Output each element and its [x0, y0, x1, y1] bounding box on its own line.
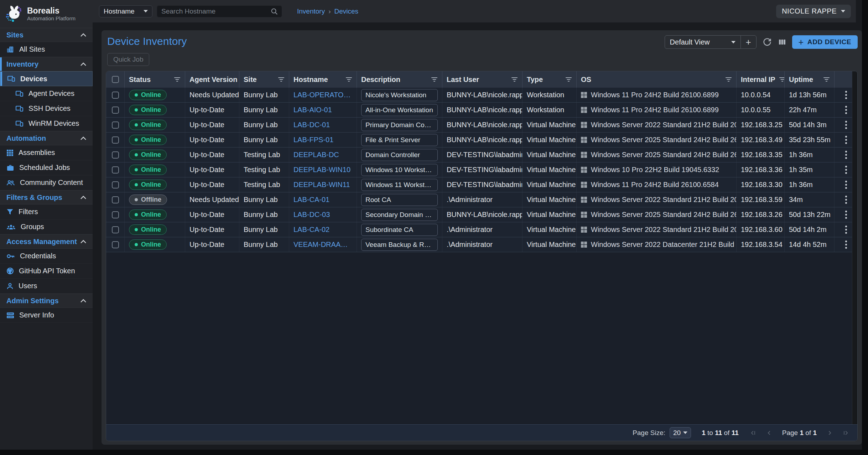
sidebar-section-admin-settings[interactable]: Admin Settings [0, 294, 93, 308]
row-actions-kebab-icon[interactable] [842, 118, 850, 132]
sidebar-section-inventory[interactable]: Inventory [0, 57, 93, 71]
page-size-selector[interactable]: 20 [670, 427, 691, 438]
hostname-link[interactable]: LAB-OPERATOR-01 [293, 91, 352, 99]
sidebar-item-users[interactable]: Users [0, 279, 93, 294]
filter-icon[interactable] [427, 77, 438, 82]
filter-icon[interactable] [722, 77, 732, 82]
row-checkbox[interactable] [112, 92, 119, 99]
hostname-link[interactable]: VEEAM-DRAAS-01 [293, 241, 352, 249]
sidebar-item-credentials[interactable]: Credentials [0, 249, 93, 264]
filter-icon[interactable] [775, 77, 785, 82]
hostname-link[interactable]: DEEPLAB-WIN11 [293, 181, 350, 189]
column-header-site[interactable]: Site [239, 71, 289, 88]
row-actions-kebab-icon[interactable] [842, 163, 850, 177]
description-field[interactable]: Veeam Backup & Replication Ser ... [361, 239, 438, 251]
sidebar-item-ssh-devices[interactable]: SSH Devices [0, 101, 93, 116]
sidebar-item-server-info[interactable]: Server Info [0, 308, 93, 323]
column-header-agent-version[interactable]: Agent Version [185, 71, 239, 88]
filter-icon[interactable] [274, 77, 285, 82]
sidebar-item-winrm-devices[interactable]: WinRM Devices [0, 116, 93, 131]
view-selector[interactable]: Default View [665, 36, 740, 48]
search-field-selector[interactable]: Hostname [99, 5, 152, 17]
description-field[interactable]: Subordinate CA [361, 224, 438, 236]
column-header-description[interactable]: Description [357, 71, 442, 88]
hostname-link[interactable]: LAB-AIO-01 [293, 106, 332, 114]
filter-icon[interactable] [342, 77, 352, 82]
hostname-link[interactable]: LAB-CA-01 [293, 196, 329, 204]
sidebar-item-agent-devices[interactable]: Agent Devices [0, 86, 93, 101]
column-header-type[interactable]: Type [523, 71, 577, 88]
row-checkbox[interactable] [112, 151, 119, 159]
row-checkbox[interactable] [112, 136, 119, 144]
row-checkbox[interactable] [112, 196, 119, 203]
row-checkbox[interactable] [112, 241, 119, 248]
row-checkbox[interactable] [112, 121, 119, 129]
row-actions-kebab-icon[interactable] [842, 223, 850, 237]
row-actions-kebab-icon[interactable] [842, 178, 850, 192]
description-field[interactable]: Domain Controller [361, 149, 438, 161]
row-checkbox[interactable] [112, 107, 119, 114]
row-actions-kebab-icon[interactable] [842, 208, 850, 222]
filter-icon[interactable] [562, 77, 572, 82]
breadcrumb-devices[interactable]: Devices [334, 7, 358, 15]
description-field[interactable]: Root CA [361, 194, 438, 206]
select-all-checkbox[interactable] [112, 76, 119, 83]
add-device-button[interactable]: + ADD DEVICE [792, 35, 858, 49]
column-header-last-user[interactable]: Last User [442, 71, 523, 88]
first-page-button[interactable] [749, 429, 757, 436]
brand-home-link[interactable]: Borealis Automation Platform [0, 0, 93, 28]
sidebar-item-filters[interactable]: Filters [0, 205, 93, 219]
hostname-link[interactable]: LAB-DC-03 [293, 211, 330, 219]
sidebar-item-community-content[interactable]: Community Content [0, 175, 93, 190]
description-field[interactable]: File & Print Server [361, 134, 438, 146]
description-field[interactable]: Windows 11 Workstation [361, 179, 438, 191]
description-field[interactable]: Primary Domain Controller [361, 119, 438, 131]
hostname-link[interactable]: LAB-FPS-01 [293, 136, 333, 144]
row-actions-kebab-icon[interactable] [842, 88, 850, 102]
description-field[interactable]: Nicole's Workstation [361, 89, 438, 101]
sidebar-section-access-management[interactable]: Access Management [0, 234, 93, 249]
hostname-link[interactable]: DEEPLAB-DC [293, 151, 339, 159]
description-field[interactable]: All-in-One Workstation [361, 104, 438, 116]
column-header-uptime[interactable]: Uptime [785, 71, 835, 88]
user-menu-button[interactable]: NICOLE RAPPE [776, 5, 851, 18]
row-actions-kebab-icon[interactable] [842, 238, 850, 252]
hostname-link[interactable]: LAB-CA-02 [293, 226, 329, 234]
sidebar-item-groups[interactable]: Groups [0, 219, 93, 234]
hostname-link[interactable]: DEEPLAB-WIN10 [293, 166, 350, 174]
last-page-button[interactable] [842, 429, 849, 436]
row-checkbox[interactable] [112, 226, 119, 233]
sidebar-section-filters-groups[interactable]: Filters & Groups [0, 190, 93, 205]
sidebar-item-devices[interactable]: Devices [0, 71, 93, 86]
column-header-hostname[interactable]: Hostname [289, 71, 357, 88]
row-actions-kebab-icon[interactable] [842, 148, 850, 162]
sidebar-section-sites[interactable]: Sites [0, 28, 93, 42]
description-field[interactable]: Windows 10 Workstation [361, 164, 438, 176]
description-field[interactable]: Secondary Domain Controller [361, 209, 438, 221]
next-page-button[interactable] [826, 429, 833, 436]
refresh-button[interactable] [762, 37, 772, 47]
sidebar-item-assemblies[interactable]: Assemblies [0, 145, 93, 160]
quick-job-button[interactable]: Quick Job [107, 53, 149, 66]
row-actions-kebab-icon[interactable] [842, 133, 850, 147]
previous-page-button[interactable] [766, 429, 773, 436]
filter-icon[interactable] [820, 77, 830, 82]
add-view-button[interactable]: + [740, 36, 756, 48]
row-checkbox[interactable] [112, 166, 119, 174]
column-header-status[interactable]: Status [125, 71, 185, 88]
sidebar-item-scheduled-jobs[interactable]: Scheduled Jobs [0, 160, 93, 175]
sidebar-item-github-api-token[interactable]: GitHub API Token [0, 264, 93, 279]
filter-icon[interactable] [508, 77, 518, 82]
search-input[interactable] [161, 7, 270, 15]
row-actions-kebab-icon[interactable] [842, 193, 850, 207]
columns-button[interactable] [778, 38, 786, 46]
filter-icon[interactable] [170, 77, 181, 82]
row-actions-kebab-icon[interactable] [842, 103, 850, 117]
row-checkbox[interactable] [112, 181, 119, 188]
breadcrumb-inventory[interactable]: Inventory [297, 7, 325, 15]
table-scrollbar[interactable] [852, 71, 857, 424]
column-header-os[interactable]: OS [577, 71, 737, 88]
row-checkbox[interactable] [112, 211, 119, 218]
sidebar-item-all-sites[interactable]: All Sites [0, 42, 93, 57]
column-header-internal-ip[interactable]: Internal IP [737, 71, 785, 88]
